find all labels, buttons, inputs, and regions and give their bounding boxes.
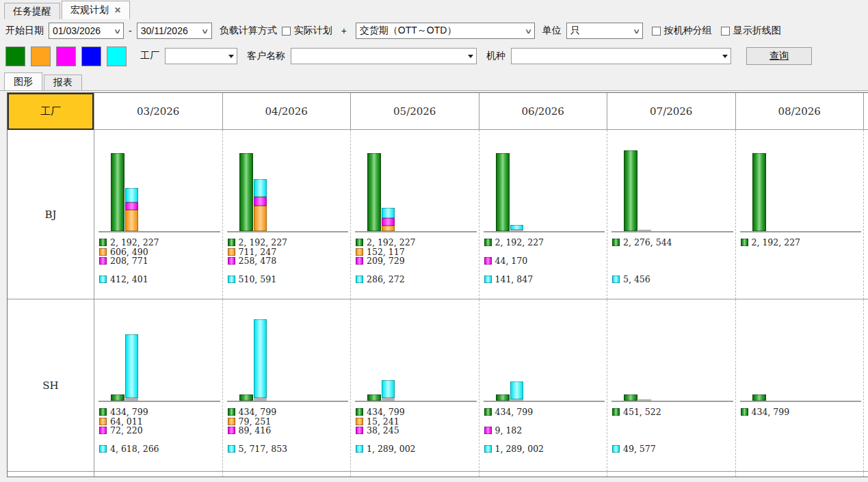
chart-cell: 2, 192, 227 xyxy=(735,130,864,299)
chart-cell: 2, 192, 227152, 117209, 729286, 272 xyxy=(350,130,479,299)
legend-line-green: 2, 192, 227 xyxy=(484,238,607,247)
graph-tab-page: 工厂03/202604/202605/202606/202607/202608/… xyxy=(0,90,868,457)
dropdown-arrow-icon[interactable] xyxy=(464,49,476,64)
green-legend-swatch-icon xyxy=(228,408,235,416)
stacked-bar xyxy=(254,179,267,231)
start-date-label: 开始日期 xyxy=(5,25,44,37)
group-by-model-checkbox[interactable] xyxy=(652,27,661,36)
legend-value-magenta: 72, 220 xyxy=(110,425,143,436)
bar-green xyxy=(752,394,766,401)
month-header-cell: 08/2026 xyxy=(735,93,864,130)
chart-baseline xyxy=(611,401,733,402)
delivery-period-combobox[interactable]: 交货期（OTT～OTD） ∨ xyxy=(356,23,535,39)
clipped-column-sliver xyxy=(863,130,868,299)
chart-legend: 434, 79964, 01172, 2204, 618, 266 xyxy=(94,404,222,454)
tab-graph[interactable]: 图形 xyxy=(4,72,42,90)
tab-macro-plan[interactable]: 宏观计划 ✕ xyxy=(62,1,130,19)
legend-line-cyan: 4, 618, 266 xyxy=(99,444,222,454)
chart-legend: 2, 192, 227711, 247258, 478510, 591 xyxy=(223,235,351,284)
show-line-chart-label: 显示折线图 xyxy=(733,25,781,37)
actual-plan-checkbox[interactable] xyxy=(282,27,291,36)
cyan-legend-swatch-icon xyxy=(484,445,492,453)
factory-label: 工厂 xyxy=(140,50,159,62)
clipped-bottom-row xyxy=(8,472,868,477)
factory-name-cell: BJ xyxy=(8,130,94,299)
magenta-legend-swatch-icon xyxy=(99,257,107,265)
unit-combobox[interactable]: 只 ∨ xyxy=(566,23,643,39)
magenta-legend-swatch-icon xyxy=(484,427,492,434)
plus-sign: + xyxy=(341,25,347,36)
legend-value-green: 434, 799 xyxy=(752,407,790,417)
query-button[interactable]: 查询 xyxy=(746,47,812,65)
legend-line-cyan: 1, 289, 002 xyxy=(356,444,479,454)
chart-baseline xyxy=(484,401,605,402)
show-line-chart-checkbox[interactable] xyxy=(721,27,730,36)
dropdown-arrow-icon[interactable] xyxy=(719,49,731,64)
legend-value-green: 451, 522 xyxy=(623,407,661,417)
end-date-combobox[interactable]: 30/11/2026 ∨ xyxy=(137,23,212,39)
legend-line-blue xyxy=(99,266,222,276)
legend-line-magenta: 209, 729 xyxy=(356,256,479,266)
chart-cell: 434, 7999, 1821, 289, 002 xyxy=(479,299,607,472)
stacked-bar xyxy=(125,188,138,231)
legend-line-orange: 606, 490 xyxy=(99,247,222,257)
legend-line-cyan: 5, 456 xyxy=(612,275,735,284)
mini-bar-chart xyxy=(94,299,222,404)
toolbar-dates: 开始日期 01/03/2026 ∨ - 30/11/2026 ∨ 负载计算方式 … xyxy=(0,19,868,42)
bar-segment-cyan xyxy=(510,225,523,230)
legend-line-blue xyxy=(741,436,864,445)
chart-legend: 434, 7999, 1821, 289, 002 xyxy=(479,404,607,454)
mini-bar-chart xyxy=(351,130,479,235)
legend-value-cyan: 5, 717, 853 xyxy=(239,444,288,454)
chart-cell xyxy=(607,472,735,477)
green-legend-swatch-icon xyxy=(741,239,748,246)
chart-cell: 2, 192, 227606, 490208, 771412, 401 xyxy=(94,130,222,299)
mini-bar-chart xyxy=(223,130,351,235)
dropdown-arrow-icon[interactable] xyxy=(225,49,237,64)
magenta-legend-swatch-icon xyxy=(356,257,363,265)
bar-green xyxy=(624,394,637,401)
chart-cell: 434, 79964, 01172, 2204, 618, 266 xyxy=(94,299,222,472)
legend-line-magenta: 208, 771 xyxy=(99,256,222,266)
chart-cell xyxy=(94,472,222,477)
magenta-legend-swatch-icon xyxy=(99,427,107,434)
show-line-chart-checkbox-group: 显示折线图 xyxy=(721,25,781,37)
chart-legend: 2, 192, 227606, 490208, 771412, 401 xyxy=(94,235,222,284)
month-header-cell: 05/2026 xyxy=(350,93,479,130)
legend-line-magenta: 44, 170 xyxy=(484,256,607,266)
green-legend-swatch-icon xyxy=(356,408,363,416)
factory-combobox[interactable] xyxy=(165,48,237,64)
legend-value-cyan: 412, 401 xyxy=(110,274,148,284)
legend-line-magenta: 9, 182 xyxy=(484,426,607,436)
bar-green xyxy=(239,394,253,401)
chart-cell xyxy=(222,472,351,477)
green-legend-swatch-icon xyxy=(741,408,748,416)
chart-cell xyxy=(350,472,479,477)
green-legend-swatch-icon xyxy=(612,408,620,416)
customer-combobox[interactable] xyxy=(291,48,477,64)
tab-task-reminder[interactable]: 任务提醒 xyxy=(4,3,60,19)
stacked-bar xyxy=(382,380,395,401)
tab-report[interactable]: 报表 xyxy=(44,75,82,90)
chevron-down-icon: ∨ xyxy=(111,27,123,35)
model-combobox[interactable] xyxy=(511,48,731,64)
legend-line-orange: 15, 241 xyxy=(356,417,479,427)
legend-line-blue xyxy=(612,266,735,276)
factory-name-cell xyxy=(8,472,94,477)
close-icon[interactable]: ✕ xyxy=(114,5,121,15)
chart-cell xyxy=(735,472,864,477)
stacked-bar xyxy=(254,319,267,401)
legend-line-magenta xyxy=(612,426,735,436)
clipped-column-sliver xyxy=(863,93,868,130)
green-legend-swatch-icon xyxy=(99,239,107,246)
green-legend-swatch-icon xyxy=(612,239,620,246)
legend-line-blue xyxy=(228,436,351,445)
orange-legend-swatch-icon xyxy=(228,418,235,425)
legend-line-orange: 152, 117 xyxy=(356,247,479,257)
macro-plan-table: 工厂03/202604/202605/202606/202607/202608/… xyxy=(7,92,868,477)
mini-bar-chart xyxy=(736,299,864,404)
chart-legend: 2, 192, 227 xyxy=(736,235,864,284)
mini-bar-chart xyxy=(607,299,735,404)
start-date-combobox[interactable]: 01/03/2026 ∨ xyxy=(49,23,124,39)
green-legend-swatch-icon xyxy=(356,239,363,246)
